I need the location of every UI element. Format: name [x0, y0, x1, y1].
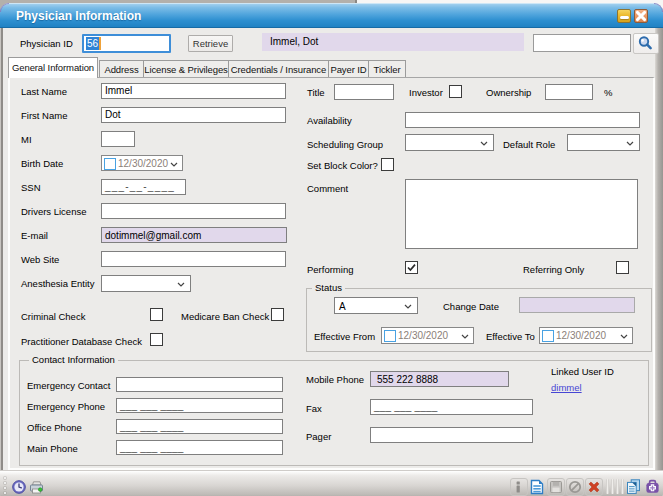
performing-checkbox[interactable] — [405, 261, 418, 274]
effective-to-checkbox[interactable] — [542, 330, 554, 342]
window-border-right — [655, 28, 663, 470]
referring-only-checkbox[interactable] — [616, 261, 629, 274]
anesthesia-entity-label: Anesthesia Entity — [21, 278, 94, 289]
title-input[interactable] — [334, 84, 394, 100]
mi-input[interactable] — [101, 131, 135, 147]
default-role-select[interactable] — [567, 134, 640, 151]
medicare-ban-check-checkbox[interactable] — [271, 308, 284, 321]
notes-button[interactable] — [528, 478, 546, 496]
birth-date-picker[interactable]: 12/30/2020 — [101, 155, 183, 171]
quick-search-input[interactable] — [533, 34, 631, 52]
anesthesia-entity-select[interactable] — [101, 275, 191, 292]
drag-dot — [4, 477, 6, 479]
medicare-ban-check-label: Medicare Ban Check — [181, 311, 269, 322]
main-phone-input[interactable]: ___ ___ ____ — [116, 440, 283, 455]
info-icon — [511, 479, 527, 495]
effective-from-picker[interactable]: 12/30/2020 — [381, 327, 474, 344]
mobile-phone-label: Mobile Phone — [306, 374, 364, 385]
close-button[interactable] — [634, 9, 648, 23]
first-name-label: First Name — [21, 110, 67, 121]
pager-label: Pager — [306, 431, 331, 442]
ownership-label: Ownership — [486, 87, 531, 98]
tab-payer-id[interactable]: Payer ID — [328, 60, 369, 78]
emergency-contact-input[interactable] — [116, 377, 283, 392]
drivers-license-label: Drivers License — [21, 206, 86, 217]
minimize-icon — [620, 16, 629, 19]
chevron-down-icon — [177, 282, 185, 287]
effective-to-label: Effective To — [486, 331, 535, 342]
physician-name-display: Immel, Dot — [262, 33, 524, 51]
effective-from-label: Effective From — [314, 331, 375, 342]
cancel-button[interactable] — [566, 478, 584, 496]
email-input[interactable]: dotimmel@gmail.com — [101, 227, 287, 243]
last-name-label: Last Name — [21, 86, 67, 97]
set-block-color-checkbox[interactable] — [381, 158, 394, 171]
performing-label: Performing — [307, 264, 353, 275]
emergency-phone-mask: ___ ___ ____ — [120, 400, 184, 411]
ssn-input[interactable]: ___-__-____ — [101, 179, 186, 195]
practitioner-db-check-checkbox[interactable] — [150, 333, 163, 346]
linked-user-link[interactable]: dimmel — [551, 382, 582, 393]
chevron-down-icon — [480, 141, 488, 146]
linked-user-id-label: Linked User ID — [551, 366, 614, 377]
criminal-check-checkbox[interactable] — [150, 308, 163, 321]
comment-label: Comment — [307, 183, 348, 194]
drivers-license-input[interactable] — [101, 203, 286, 219]
pager-input[interactable] — [370, 427, 533, 443]
tab-license-privileges[interactable]: License & Privileges — [143, 60, 229, 78]
effective-from-checkbox[interactable] — [384, 330, 396, 342]
availability-input[interactable] — [405, 112, 640, 128]
web-site-input[interactable] — [101, 251, 286, 267]
minimize-button[interactable] — [617, 9, 631, 23]
delete-button[interactable] — [585, 478, 603, 496]
practitioner-db-check-label: Practitioner Database Check — [21, 336, 142, 347]
mi-label: MI — [21, 134, 32, 145]
copy-record-icon[interactable] — [626, 479, 641, 494]
tab-credentials-insurance[interactable]: Credentials / Insurance — [228, 60, 329, 78]
effective-from-value: 12/30/2020 — [398, 330, 448, 342]
toolbar-separator — [621, 479, 624, 494]
criminal-check-label: Criminal Check — [21, 311, 85, 322]
clock-icon[interactable] — [12, 480, 26, 494]
fax-input[interactable]: ___ ___ ____ — [370, 399, 533, 415]
physician-id-value: 56 — [86, 37, 99, 50]
save-button[interactable] — [547, 478, 565, 496]
email-label: E-mail — [21, 230, 48, 241]
office-phone-mask: ___ ___ ____ — [120, 421, 184, 432]
toolbar-separator — [611, 479, 614, 494]
fax-mask: ___ ___ ____ — [374, 401, 438, 412]
physician-id-input[interactable]: 56 — [82, 34, 171, 53]
main-phone-mask: ___ ___ ____ — [120, 442, 184, 453]
emergency-phone-input[interactable]: ___ ___ ____ — [116, 398, 283, 413]
mobile-phone-input[interactable]: 555 222 8888 — [370, 371, 509, 387]
status-value: A — [339, 300, 346, 313]
medical-bag-icon[interactable] — [645, 479, 660, 494]
tab-general-information[interactable]: General Information — [8, 57, 98, 78]
status-select[interactable]: A — [334, 297, 418, 314]
web-site-label: Web Site — [21, 254, 59, 265]
info-button[interactable] — [510, 478, 528, 496]
investor-checkbox[interactable] — [449, 85, 462, 98]
tab-address[interactable]: Address — [99, 60, 144, 78]
tab-tickler[interactable]: Tickler — [368, 60, 406, 78]
effective-to-picker[interactable]: 12/30/2020 — [539, 327, 633, 344]
scheduling-group-select[interactable] — [405, 134, 494, 151]
search-icon — [637, 35, 654, 52]
ownership-input[interactable] — [545, 84, 593, 100]
chevron-down-icon — [626, 141, 634, 146]
notes-icon — [529, 479, 545, 495]
last-name-input[interactable]: Immel — [101, 83, 286, 99]
drag-dot — [4, 482, 6, 484]
first-name-input[interactable]: Dot — [101, 107, 286, 123]
comment-input[interactable] — [405, 179, 638, 249]
physician-id-label: Physician ID — [20, 38, 73, 49]
office-phone-input[interactable]: ___ ___ ____ — [116, 419, 283, 434]
print-icon[interactable] — [29, 480, 44, 494]
retrieve-button[interactable]: Retrieve — [188, 35, 233, 52]
change-date-field — [519, 297, 635, 313]
investor-label: Investor — [409, 87, 443, 98]
toolbar-drag-handle[interactable] — [4, 477, 7, 494]
birth-date-checkbox[interactable] — [104, 158, 116, 170]
set-block-color-label: Set Block Color? — [307, 160, 378, 171]
search-button[interactable] — [633, 33, 659, 54]
